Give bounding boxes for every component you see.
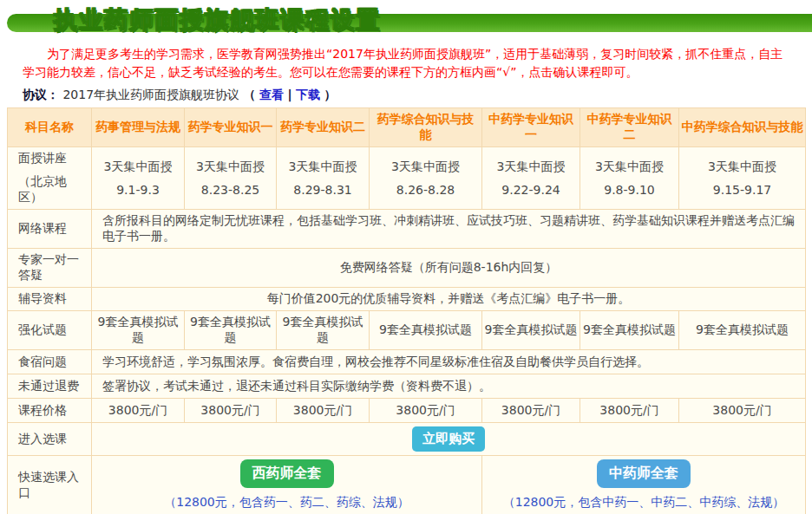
face-date: 8.26-8.28 xyxy=(371,183,480,197)
face-lecture-row: 面授讲座 （北京地区） 3天集中面授 9.1-9.3 3天集中面授 8.23-8… xyxy=(8,147,806,210)
price-cell: 3800元/门 xyxy=(482,399,580,423)
row-label-enroll: 进入选课 xyxy=(8,423,92,456)
column-header: 中药学专业知识二 xyxy=(580,108,679,147)
west-pharmacist-set-button[interactable]: 西药师全套 xyxy=(240,459,334,488)
face-lecture: 3天集中面授 xyxy=(484,159,578,175)
west-set-cell: 西药师全套 （12800元，包含药一、药二、药综、法规） xyxy=(92,456,482,514)
refund-text: 签署协议，考试未通过，退还未通过科目实际缴纳学费（资料费不退）。 xyxy=(92,374,806,399)
row-label-materials: 辅导资料 xyxy=(8,288,92,311)
mock-exam-cell: 9套全真模拟试题 xyxy=(679,311,806,350)
mock-exam-cell: 9套全真模拟试题 xyxy=(185,311,277,350)
face-lecture: 3天集中面授 xyxy=(94,159,182,175)
face-date: 9.22-9.24 xyxy=(484,183,578,197)
row-label-price: 课程价格 xyxy=(8,399,92,423)
agreement-line: 协议： 2017年执业药师面授旗舰班协议 （ 查看 | 下载 ） xyxy=(23,88,788,103)
expert-qa-row: 专家一对一答疑 免费网络答疑（所有问题8-16h内回复） xyxy=(8,249,806,288)
face-date: 9.15-9.17 xyxy=(681,183,803,197)
link-divider: | xyxy=(287,88,291,101)
page-title: 执业药师面授旗舰班课程设置 xyxy=(54,4,381,36)
agreement-label: 协议： xyxy=(23,88,59,101)
face-cell: 3天集中面授 8.23-8.25 xyxy=(185,147,277,210)
materials-row: 辅导资料 每门价值200元的优质辅导资料，并赠送《考点汇编》电子书一册。 xyxy=(8,288,806,311)
price-cell: 3800元/门 xyxy=(277,399,370,423)
column-header-subject: 科目名称 xyxy=(8,108,92,147)
network-course-text: 含所报科目的网络定制无忧班课程，包括基础学习班、冲刺精讲班、应试技巧班、习题精讲… xyxy=(92,210,806,249)
face-date: 9.8-9.10 xyxy=(582,183,677,197)
face-lecture: 3天集中面授 xyxy=(371,159,480,175)
face-date: 9.1-9.3 xyxy=(94,183,182,197)
mock-exam-cell: 9套全真模拟试题 xyxy=(370,311,482,350)
column-header: 药事管理与法规 xyxy=(92,108,185,147)
title-banner: 执业药师面授旗舰班课程设置 xyxy=(0,2,812,36)
row-label-quick: 快速选课入口 xyxy=(8,456,92,514)
column-header: 中药学专业知识一 xyxy=(482,108,580,147)
price-cell: 3800元/门 xyxy=(580,399,679,423)
buy-now-button[interactable]: 立即购买 xyxy=(412,426,485,452)
materials-text: 每门价值200元的优质辅导资料，并赠送《考点汇编》电子书一册。 xyxy=(92,288,806,311)
download-link[interactable]: 下载 xyxy=(296,88,320,101)
tcm-set-desc: （12800元，包含中药一、中药二、中药综、法规） xyxy=(484,495,803,511)
price-cell: 3800元/门 xyxy=(92,399,185,423)
face-lecture: 3天集中面授 xyxy=(681,159,803,175)
enroll-row: 进入选课 立即购买 xyxy=(8,423,806,456)
price-row: 课程价格 3800元/门 3800元/门 3800元/门 3800元/门 380… xyxy=(8,399,806,423)
food-lodging-row: 食宿问题 学习环境舒适，学习氛围浓厚。食宿费自理，网校会推荐不同星级标准住宿及自… xyxy=(8,350,806,374)
tcm-pharmacist-set-button[interactable]: 中药师全套 xyxy=(597,459,691,488)
mock-exam-cell: 9套全真模拟试题 xyxy=(277,311,370,350)
row-label-face: 面授讲座 （北京地区） xyxy=(8,147,92,210)
mock-exam-cell: 9套全真模拟试题 xyxy=(482,311,580,350)
row-label-mock: 强化试题 xyxy=(8,311,92,350)
row-label-refund: 未通过退费 xyxy=(8,374,92,399)
food-lodging-text: 学习环境舒适，学习氛围浓厚。食宿费自理，网校会推荐不同星级标准住宿及自助餐供学员… xyxy=(92,350,806,374)
mock-exam-row: 强化试题 9套全真模拟试题 9套全真模拟试题 9套全真模拟试题 9套全真模拟试题… xyxy=(8,311,806,350)
face-cell: 3天集中面授 9.1-9.3 xyxy=(92,147,185,210)
network-course-row: 网络课程 含所报科目的网络定制无忧班课程，包括基础学习班、冲刺精讲班、应试技巧班… xyxy=(8,210,806,249)
west-set-desc: （12800元，包含药一、药二、药综、法规） xyxy=(94,495,480,511)
column-header: 中药学综合知识与技能 xyxy=(679,108,806,147)
refund-row: 未通过退费 签署协议，考试未通过，退还未通过科目实际缴纳学费（资料费不退）。 xyxy=(8,374,806,399)
paren-close: ） xyxy=(324,88,336,101)
tcm-set-cell: 中药师全套 （12800元，包含中药一、中药二、中药综、法规） xyxy=(482,456,806,514)
face-cell: 3天集中面授 8.26-8.28 xyxy=(370,147,482,210)
quick-select-row: 快速选课入口 西药师全套 （12800元，包含药一、药二、药综、法规） 中药师全… xyxy=(8,456,806,514)
enroll-cell: 立即购买 xyxy=(92,423,806,456)
column-header: 药学综合知识与技能 xyxy=(370,108,482,147)
face-cell: 3天集中面授 9.8-9.10 xyxy=(580,147,679,210)
paren-open: （ xyxy=(244,88,256,101)
table-header-row: 科目名称 药事管理与法规 药学专业知识一 药学专业知识二 药学综合知识与技能 中… xyxy=(8,108,806,147)
row-label-network: 网络课程 xyxy=(8,210,92,249)
mock-exam-cell: 9套全真模拟试题 xyxy=(92,311,185,350)
face-cell: 3天集中面授 8.29-8.31 xyxy=(277,147,370,210)
column-header: 药学专业知识二 xyxy=(277,108,370,147)
row-label-food: 食宿问题 xyxy=(8,350,92,374)
course-table: 科目名称 药事管理与法规 药学专业知识一 药学专业知识二 药学综合知识与技能 中… xyxy=(7,107,806,514)
mock-exam-cell: 9套全真模拟试题 xyxy=(580,311,679,350)
price-cell: 3800元/门 xyxy=(679,399,806,423)
face-date: 8.29-8.31 xyxy=(278,183,367,197)
face-lecture: 3天集中面授 xyxy=(278,159,367,175)
face-cell: 3天集中面授 9.15-9.17 xyxy=(679,147,806,210)
price-cell: 3800元/门 xyxy=(185,399,277,423)
face-lecture: 3天集中面授 xyxy=(187,159,274,175)
agreement-name: 2017年执业药师面授旗舰班协议 xyxy=(62,88,239,101)
view-link[interactable]: 查看 xyxy=(259,88,284,101)
row-label-qa: 专家一对一答疑 xyxy=(8,249,92,288)
column-header: 药学专业知识一 xyxy=(185,108,277,147)
face-cell: 3天集中面授 9.22-9.24 xyxy=(482,147,580,210)
expert-qa-text: 免费网络答疑（所有问题8-16h内回复） xyxy=(92,249,806,288)
intro-paragraph: 为了满足更多考生的学习需求，医学教育网强势推出“2017年执业药师面授旗舰班”，… xyxy=(23,45,788,81)
face-lecture: 3天集中面授 xyxy=(582,159,677,175)
price-cell: 3800元/门 xyxy=(370,399,482,423)
face-date: 8.23-8.25 xyxy=(187,183,274,197)
